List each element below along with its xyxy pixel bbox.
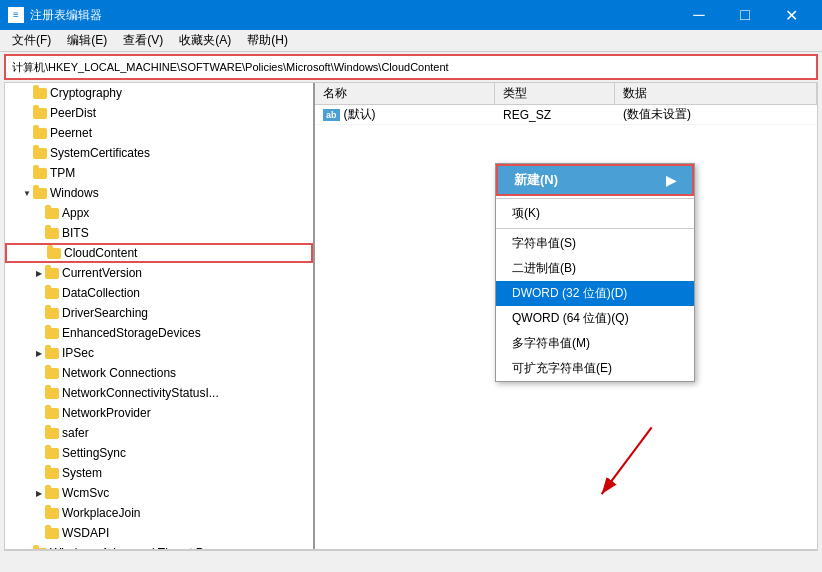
- header-type[interactable]: 类型: [495, 83, 615, 104]
- tree-item-appx[interactable]: Appx: [5, 203, 313, 223]
- tree-item-cloudcontent[interactable]: CloudContent: [5, 243, 313, 263]
- tree-label: Peernet: [50, 126, 92, 140]
- tree-label: NetworkConnectivityStatusI...: [62, 386, 219, 400]
- folder-icon: [33, 188, 47, 199]
- folder-icon: [45, 328, 59, 339]
- tree-item-datacollection[interactable]: DataCollection: [5, 283, 313, 303]
- tree-item-peerdist[interactable]: PeerDist: [5, 103, 313, 123]
- tree-label: SettingSync: [62, 446, 126, 460]
- tree-item-ipsec[interactable]: ▶ IPSec: [5, 343, 313, 363]
- tree-item-windows[interactable]: ▼ Windows: [5, 183, 313, 203]
- expand-arrow[interactable]: ▶: [33, 349, 45, 358]
- folder-icon: [33, 148, 47, 159]
- cell-name: ab (默认): [315, 105, 495, 124]
- tree-item-currentversion[interactable]: ▶ CurrentVersion: [5, 263, 313, 283]
- tree-label: IPSec: [62, 346, 94, 360]
- tree-label: DataCollection: [62, 286, 140, 300]
- red-arrow-indicator: [575, 419, 695, 519]
- maximize-button[interactable]: □: [722, 0, 768, 30]
- menu-edit[interactable]: 编辑(E): [59, 30, 115, 51]
- menu-view[interactable]: 查看(V): [115, 30, 171, 51]
- header-data[interactable]: 数据: [615, 83, 817, 104]
- folder-icon: [45, 388, 59, 399]
- menu-favorites[interactable]: 收藏夹(A): [171, 30, 239, 51]
- folder-icon: [47, 248, 61, 259]
- tree-label: Network Connections: [62, 366, 176, 380]
- ctx-item-dword[interactable]: DWORD (32 位值)(D): [496, 281, 694, 306]
- main-content: Cryptography PeerDist Peernet SystemCert…: [4, 82, 818, 550]
- folder-icon: [45, 428, 59, 439]
- ctx-item-qword[interactable]: QWORD (64 位值)(Q): [496, 306, 694, 331]
- folder-icon: [45, 488, 59, 499]
- tree-label: PeerDist: [50, 106, 96, 120]
- title-bar-controls: ─ □ ✕: [676, 0, 814, 30]
- tree-label: NetworkProvider: [62, 406, 151, 420]
- tree-label: CurrentVersion: [62, 266, 142, 280]
- tree-item-safer[interactable]: safer: [5, 423, 313, 443]
- table-row[interactable]: ab (默认) REG_SZ (数值未设置): [315, 105, 817, 125]
- menu-bar: 文件(F) 编辑(E) 查看(V) 收藏夹(A) 帮助(H): [0, 30, 822, 52]
- right-pane: 名称 类型 数据 ab (默认) REG_SZ (数值未设置): [315, 83, 817, 549]
- table-header: 名称 类型 数据: [315, 83, 817, 105]
- context-menu-separator2: [496, 228, 694, 229]
- expand-arrow-windows[interactable]: ▼: [21, 189, 33, 198]
- tree-label: WorkplaceJoin: [62, 506, 140, 520]
- tree-item-cryptography[interactable]: Cryptography: [5, 83, 313, 103]
- tree-pane[interactable]: Cryptography PeerDist Peernet SystemCert…: [5, 83, 315, 549]
- tree-label: EnhancedStorageDevices: [62, 326, 201, 340]
- context-menu-new-button[interactable]: 新建(N) ▶: [496, 164, 694, 196]
- tree-item-system[interactable]: System: [5, 463, 313, 483]
- menu-file[interactable]: 文件(F): [4, 30, 59, 51]
- tree-label: BITS: [62, 226, 89, 240]
- tree-item-bits[interactable]: BITS: [5, 223, 313, 243]
- ctx-item-string[interactable]: 字符串值(S): [496, 231, 694, 256]
- tree-item-wsdapi[interactable]: WSDAPI: [5, 523, 313, 543]
- tree-label: safer: [62, 426, 89, 440]
- tree-label: Cryptography: [50, 86, 122, 100]
- tree-label: Windows: [50, 186, 99, 200]
- expand-arrow[interactable]: ▶: [33, 269, 45, 278]
- tree-label: Windows Advanced Threat Pro...: [50, 546, 225, 549]
- folder-icon: [45, 468, 59, 479]
- tree-label: TPM: [50, 166, 75, 180]
- tree-item-windows-atp[interactable]: Windows Advanced Threat Pro...: [5, 543, 313, 549]
- context-menu-separator: [496, 198, 694, 199]
- address-bar[interactable]: 计算机\HKEY_LOCAL_MACHINE\SOFTWARE\Policies…: [4, 54, 818, 80]
- tree-label: Appx: [62, 206, 89, 220]
- tree-label: SystemCertificates: [50, 146, 150, 160]
- ctx-item-multistring[interactable]: 多字符串值(M): [496, 331, 694, 356]
- tree-item-systemcerts[interactable]: SystemCertificates: [5, 143, 313, 163]
- new-button-arrow: ▶: [666, 173, 676, 188]
- context-menu: 新建(N) ▶ 项(K) 字符串值(S) 二进制值(B) DWORD (32 位…: [495, 163, 695, 382]
- tree-item-tpm[interactable]: TPM: [5, 163, 313, 183]
- ctx-item-key[interactable]: 项(K): [496, 201, 694, 226]
- close-button[interactable]: ✕: [768, 0, 814, 30]
- header-name[interactable]: 名称: [315, 83, 495, 104]
- cell-type: REG_SZ: [495, 105, 615, 124]
- cell-data: (数值未设置): [615, 105, 817, 124]
- folder-icon: [45, 408, 59, 419]
- title-bar-left: ≡ 注册表编辑器: [8, 7, 102, 24]
- address-path: 计算机\HKEY_LOCAL_MACHINE\SOFTWARE\Policies…: [12, 60, 449, 75]
- tree-label: WcmSvc: [62, 486, 109, 500]
- folder-icon: [45, 368, 59, 379]
- tree-item-settingsync[interactable]: SettingSync: [5, 443, 313, 463]
- tree-item-workplacejoin[interactable]: WorkplaceJoin: [5, 503, 313, 523]
- ctx-item-binary[interactable]: 二进制值(B): [496, 256, 694, 281]
- expand-arrow[interactable]: ▶: [33, 489, 45, 498]
- tree-label: WSDAPI: [62, 526, 109, 540]
- tree-item-driversearching[interactable]: DriverSearching: [5, 303, 313, 323]
- app-icon: ≡: [8, 7, 24, 23]
- tree-item-network-connections[interactable]: Network Connections: [5, 363, 313, 383]
- ctx-item-expandstring[interactable]: 可扩充字符串值(E): [496, 356, 694, 381]
- folder-icon: [33, 88, 47, 99]
- window-title: 注册表编辑器: [30, 7, 102, 24]
- tree-item-peernet[interactable]: Peernet: [5, 123, 313, 143]
- menu-help[interactable]: 帮助(H): [239, 30, 296, 51]
- folder-icon: [45, 268, 59, 279]
- tree-item-networkconn-status[interactable]: NetworkConnectivityStatusI...: [5, 383, 313, 403]
- tree-item-networkprovider[interactable]: NetworkProvider: [5, 403, 313, 423]
- tree-item-enhancedstorage[interactable]: EnhancedStorageDevices: [5, 323, 313, 343]
- minimize-button[interactable]: ─: [676, 0, 722, 30]
- tree-item-wcmsvc[interactable]: ▶ WcmSvc: [5, 483, 313, 503]
